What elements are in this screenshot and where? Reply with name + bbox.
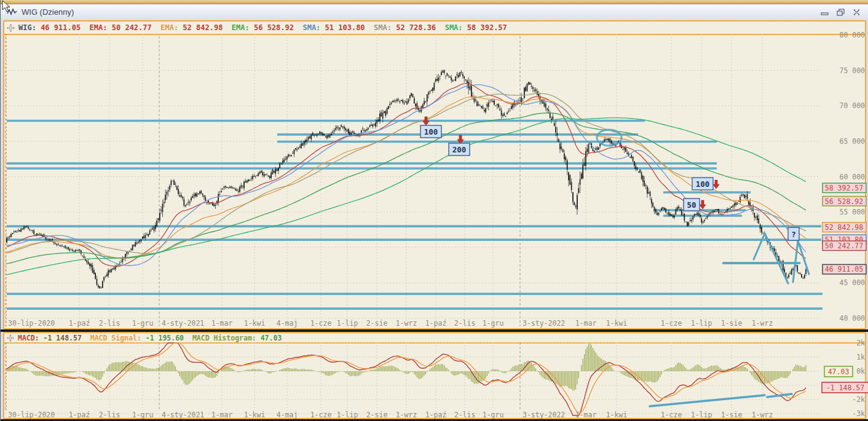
legend-value: 52 842.98 (183, 23, 231, 32)
legend-value: 46 911.05 (41, 23, 89, 32)
legend-label: EMA: (160, 23, 183, 32)
window-top-edge (1, 0, 868, 4)
minimize-button[interactable] (820, 8, 830, 17)
legend-value: 56 528.92 (254, 23, 302, 32)
mouse-cursor (1, 0, 14, 14)
main-legend-items: WIG: 46 911.05 EMA: 50 242.77 EMA: 52 84… (18, 23, 516, 32)
legend-value: -1 195.60 (146, 334, 192, 342)
restore-button[interactable] (836, 8, 846, 17)
legend-label: MACD: (18, 334, 44, 342)
legend-value: 47.03 (261, 334, 290, 342)
legend-label: MACD Histogram: (192, 334, 261, 342)
legend-value: -1 148.57 (44, 334, 90, 342)
macd-legend-items: MACD: -1 148.57 MACD Signal: -1 195.60 M… (18, 334, 290, 342)
pan-icon[interactable] (7, 334, 14, 342)
main-chart-panel[interactable]: WIG: 46 911.05 EMA: 50 242.77 EMA: 52 84… (3, 20, 866, 329)
window-title: WIG (Dzienny) (22, 7, 74, 17)
legend-value: 58 392.57 (467, 23, 516, 32)
legend-label: EMA: (232, 23, 254, 32)
close-button[interactable] (852, 8, 862, 17)
macd-panel[interactable]: MACD: -1 148.57 MACD Signal: -1 195.60 M… (3, 332, 866, 419)
legend-value: 52 728.36 (396, 23, 444, 32)
legend-label: SMA: (302, 23, 325, 32)
legend-label: MACD Signal: (90, 334, 146, 342)
pan-icon[interactable] (7, 24, 15, 32)
window-titlebar[interactable]: WIG (Dzienny) (1, 4, 868, 20)
macd-legend-bar: MACD: -1 148.57 MACD Signal: -1 195.60 M… (4, 333, 865, 344)
legend-label: EMA: (90, 23, 112, 32)
legend-label: WIG: (18, 23, 41, 32)
window-controls (820, 8, 862, 17)
main-legend-bar: WIG: 46 911.05 EMA: 50 242.77 EMA: 52 84… (4, 22, 865, 35)
chart-window: WIG (Dzienny) WIG: 46 911.05 EMA: 50 242… (0, 0, 868, 421)
legend-value: 50 242.77 (112, 23, 160, 32)
legend-label: SMA: (445, 23, 467, 32)
legend-value: 51 103.80 (325, 23, 374, 32)
legend-label: SMA: (374, 23, 396, 32)
